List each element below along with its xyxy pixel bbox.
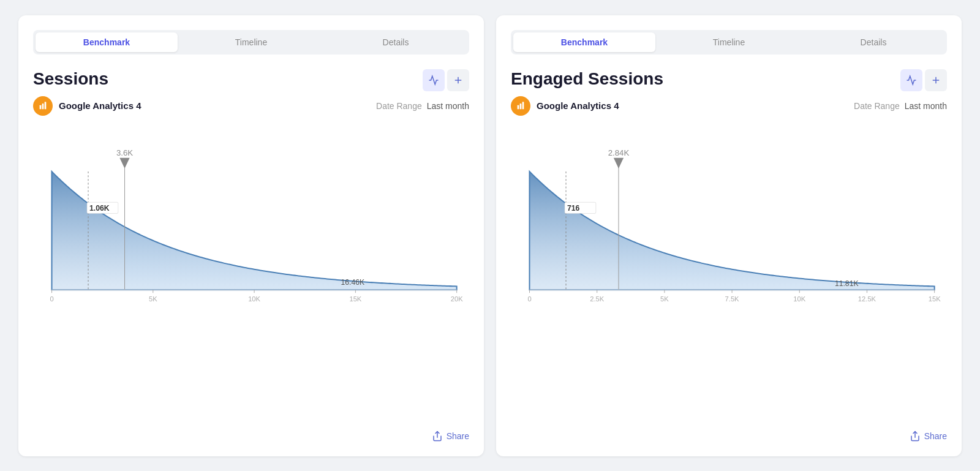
metric-title: Engaged Sessions bbox=[511, 69, 663, 89]
date-range-label: Date Range bbox=[854, 101, 900, 111]
date-range: Date RangeLast month bbox=[854, 101, 947, 111]
source-left: Google Analytics 4 bbox=[33, 96, 141, 116]
svg-text:15K: 15K bbox=[929, 295, 941, 302]
card-0: BenchmarkTimelineDetailsSessionsGoogle A… bbox=[18, 15, 484, 456]
share-icon bbox=[432, 431, 443, 442]
svg-text:0: 0 bbox=[527, 295, 531, 302]
source-left: Google Analytics 4 bbox=[511, 96, 619, 116]
card-header: Engaged Sessions bbox=[511, 69, 947, 91]
svg-rect-27 bbox=[520, 104, 522, 109]
chart-bar-icon-button[interactable] bbox=[447, 69, 469, 91]
svg-text:2.84K: 2.84K bbox=[608, 148, 630, 157]
source-row: Google Analytics 4Date RangeLast month bbox=[511, 96, 947, 116]
chart-bar-icon-button[interactable] bbox=[925, 69, 947, 91]
tabs: BenchmarkTimelineDetails bbox=[511, 30, 947, 55]
source-row: Google Analytics 4Date RangeLast month bbox=[33, 96, 469, 116]
svg-text:10K: 10K bbox=[248, 295, 260, 302]
svg-text:1.06K: 1.06K bbox=[89, 204, 110, 213]
svg-rect-2 bbox=[40, 105, 42, 109]
ga-icon bbox=[511, 96, 530, 116]
svg-text:5K: 5K bbox=[149, 295, 157, 302]
tab-details[interactable]: Details bbox=[325, 32, 467, 52]
chart-svg: 3.6K 1.06K 16.46K 0 5K 10K 15K 20K bbox=[33, 134, 469, 321]
svg-marker-7 bbox=[119, 157, 129, 168]
chart-area: 3.6K 1.06K 16.46K 0 5K 10K 15K 20K bbox=[33, 134, 469, 416]
tab-benchmark[interactable]: Benchmark bbox=[513, 32, 655, 52]
svg-text:12.5K: 12.5K bbox=[858, 295, 876, 302]
svg-rect-4 bbox=[45, 102, 47, 109]
date-range-value: Last month bbox=[427, 101, 469, 111]
card-1: BenchmarkTimelineDetailsEngaged Sessions… bbox=[496, 15, 962, 456]
svg-rect-28 bbox=[522, 102, 524, 109]
icon-buttons bbox=[423, 69, 469, 91]
tab-benchmark[interactable]: Benchmark bbox=[36, 32, 178, 52]
tab-details[interactable]: Details bbox=[802, 32, 944, 52]
ga-icon bbox=[33, 96, 53, 116]
svg-text:5K: 5K bbox=[660, 295, 669, 302]
chart-area: 2.84K 716 11.81K 0 2.5K 5K 7.5K 10K bbox=[511, 134, 947, 416]
metric-title: Sessions bbox=[33, 69, 108, 89]
share-button[interactable]: Share bbox=[511, 431, 947, 442]
date-range: Date RangeLast month bbox=[376, 101, 469, 111]
svg-text:7.5K: 7.5K bbox=[725, 295, 740, 302]
chart-svg: 2.84K 716 11.81K 0 2.5K 5K 7.5K 10K bbox=[511, 134, 947, 321]
svg-text:0: 0 bbox=[50, 295, 53, 302]
tabs: BenchmarkTimelineDetails bbox=[33, 30, 469, 55]
svg-rect-26 bbox=[518, 105, 519, 109]
svg-marker-31 bbox=[614, 157, 624, 168]
chart-line-icon-button[interactable] bbox=[900, 69, 922, 91]
share-icon bbox=[910, 431, 921, 442]
share-button[interactable]: Share bbox=[33, 431, 469, 442]
svg-text:20K: 20K bbox=[451, 295, 463, 302]
share-label: Share bbox=[924, 431, 947, 441]
svg-text:3.6K: 3.6K bbox=[116, 148, 133, 157]
icon-buttons bbox=[900, 69, 947, 91]
svg-text:16.46K: 16.46K bbox=[341, 277, 364, 286]
date-range-label: Date Range bbox=[376, 101, 422, 111]
tab-timeline[interactable]: Timeline bbox=[180, 32, 322, 52]
share-label: Share bbox=[447, 431, 469, 441]
card-header: Sessions bbox=[33, 69, 469, 91]
svg-text:716: 716 bbox=[567, 204, 580, 213]
source-name: Google Analytics 4 bbox=[537, 100, 619, 111]
source-name: Google Analytics 4 bbox=[59, 100, 141, 111]
svg-text:15K: 15K bbox=[349, 295, 361, 302]
svg-rect-3 bbox=[42, 104, 44, 109]
tab-timeline[interactable]: Timeline bbox=[658, 32, 800, 52]
svg-text:11.81K: 11.81K bbox=[835, 279, 859, 287]
chart-line-icon-button[interactable] bbox=[423, 69, 445, 91]
date-range-value: Last month bbox=[905, 101, 947, 111]
svg-text:10K: 10K bbox=[793, 295, 805, 302]
svg-text:2.5K: 2.5K bbox=[590, 295, 605, 302]
